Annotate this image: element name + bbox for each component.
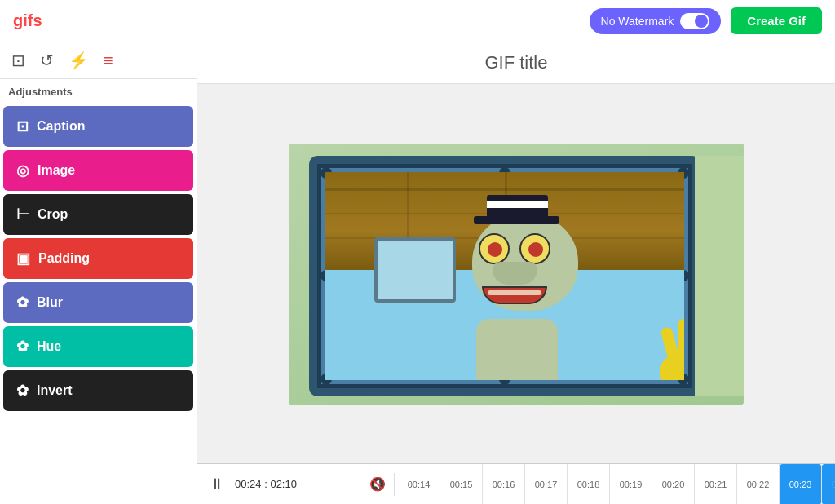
invert-label: Invert	[37, 383, 73, 398]
scene	[289, 144, 744, 405]
crop-tool-icon[interactable]: ⊡	[11, 51, 25, 70]
gif-title: GIF title	[197, 42, 835, 84]
caption-label: Caption	[37, 119, 86, 134]
rotate-tool-icon[interactable]: ↺	[40, 51, 54, 70]
timeline-controls: ⏸ 00:24 : 02:10 🔇	[197, 473, 395, 496]
sidebar-toolbar: ⊡ ↺ ⚡ ≡	[0, 42, 197, 79]
time-marker[interactable]: 00:18	[568, 464, 610, 504]
selection-range	[822, 464, 835, 504]
squid-left-eye	[479, 233, 510, 264]
squid-right-eye	[519, 233, 550, 264]
gif-preview	[289, 144, 744, 405]
blur-button[interactable]: ✿ Blur	[3, 282, 193, 323]
adjustments-label: Adjustments	[0, 79, 197, 104]
sidebar: ⊡ ↺ ⚡ ≡ Adjustments ⊡ Caption ◎ Image ⊢ …	[0, 42, 197, 504]
time-display: 00:24 : 02:10	[235, 478, 297, 490]
time-marker[interactable]: 00:14	[398, 464, 440, 504]
crop-button[interactable]: ⊢ Crop	[3, 194, 193, 235]
time-marker[interactable]: 00:17	[525, 464, 568, 504]
time-marker[interactable]: 00:20	[652, 464, 695, 504]
watermark-label: No Watermark	[601, 15, 674, 28]
header: gifs No Watermark Create Gif	[0, 0, 835, 42]
time-marker[interactable]: 00:22	[737, 464, 780, 504]
squid-left-pupil	[488, 242, 502, 257]
squid-mouth	[482, 286, 547, 304]
watermark-toggle[interactable]: No Watermark	[590, 8, 722, 34]
squid-right-pupil	[528, 242, 543, 257]
timeline: ⏸ 00:24 : 02:10 🔇 00:1400:1500:1600:1700	[197, 463, 835, 504]
image-button[interactable]: ◎ Image	[3, 150, 193, 191]
caption-icon: ⊡	[16, 117, 29, 135]
invert-button[interactable]: ✿ Invert	[3, 370, 193, 411]
time-marker[interactable]: 00:23	[780, 464, 822, 504]
squid-teeth	[488, 290, 541, 295]
mute-button[interactable]: 🔇	[369, 476, 386, 492]
timeline-track[interactable]: 00:1400:1500:1600:1700:1800:1900:2000:21…	[395, 464, 835, 504]
time-marker[interactable]: 00:19	[610, 464, 652, 504]
lightning-tool-icon[interactable]: ⚡	[68, 51, 89, 70]
caption-button[interactable]: ⊡ Caption	[3, 106, 193, 147]
crop-icon: ⊢	[16, 206, 29, 223]
create-gif-button[interactable]: Create Gif	[731, 7, 822, 34]
padding-label: Padding	[38, 251, 90, 266]
preview-area	[197, 84, 835, 463]
finger2	[678, 319, 684, 355]
hue-icon: ✿	[16, 338, 29, 356]
time-marker[interactable]: 00:21	[695, 464, 737, 504]
time-marker[interactable]: 00:15	[440, 464, 483, 504]
app-logo: gifs	[13, 11, 42, 30]
main-layout: ⊡ ↺ ⚡ ≡ Adjustments ⊡ Caption ◎ Image ⊢ …	[0, 42, 835, 504]
blur-icon: ✿	[16, 294, 29, 312]
image-icon: ◎	[16, 161, 29, 179]
crop-label: Crop	[38, 207, 68, 222]
current-time: 00:24	[235, 478, 262, 490]
squid-hat-brim	[474, 216, 559, 224]
timeline-inner: 00:1400:1500:1600:1700:1800:1900:2000:21…	[398, 464, 835, 504]
hue-label: Hue	[37, 339, 61, 354]
time-markers: 00:1400:1500:1600:1700:1800:1900:2000:21…	[398, 464, 835, 504]
image-label: Image	[38, 163, 75, 178]
padding-icon: ▣	[16, 250, 30, 267]
window-interior	[325, 172, 684, 380]
time-marker[interactable]: 00:16	[483, 464, 525, 504]
hat-white-stripe	[487, 201, 548, 208]
blur-label: Blur	[37, 295, 63, 310]
hue-button[interactable]: ✿ Hue	[3, 326, 193, 367]
squidward-head-group	[464, 188, 586, 327]
sub-window	[374, 237, 456, 303]
total-time: 02:10	[270, 478, 297, 490]
sliders-tool-icon[interactable]: ≡	[104, 51, 113, 70]
window-outer	[309, 156, 700, 396]
padding-button[interactable]: ▣ Padding	[3, 238, 193, 279]
invert-icon: ✿	[16, 382, 29, 400]
header-right: No Watermark Create Gif	[590, 7, 822, 34]
right-area	[695, 156, 744, 396]
content-area: GIF title	[197, 42, 835, 504]
play-pause-button[interactable]: ⏸	[205, 473, 228, 496]
watermark-switch[interactable]	[680, 13, 709, 29]
adjustments-list: ⊡ Caption ◎ Image ⊢ Crop ▣ Padding ✿ Blu…	[0, 104, 197, 504]
squid-nose	[493, 262, 537, 285]
squid-body	[476, 319, 558, 380]
